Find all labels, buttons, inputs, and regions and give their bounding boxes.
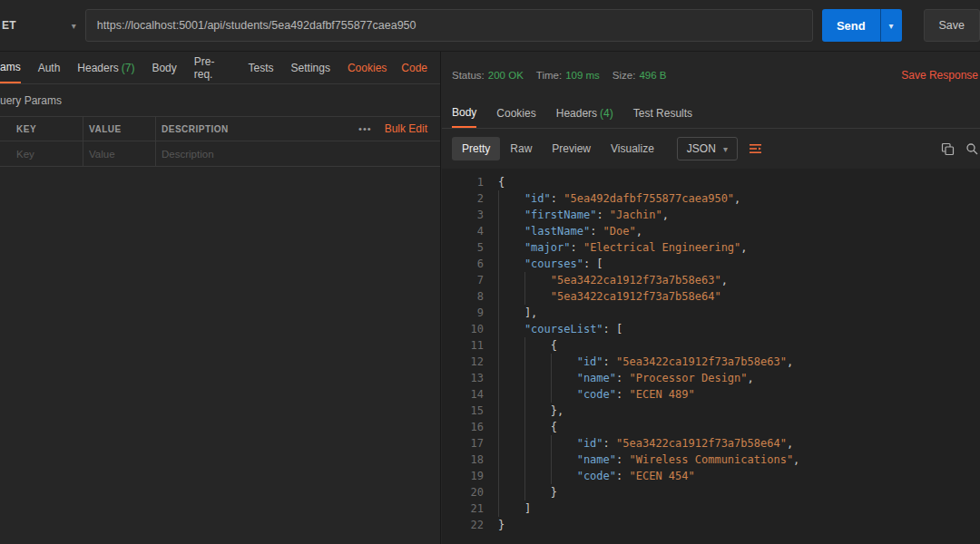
time-label: Time: xyxy=(536,70,562,81)
tab-settings[interactable]: Settings xyxy=(291,52,330,83)
view-visualize-button[interactable]: Visualize xyxy=(601,137,664,160)
code-line: 16{ xyxy=(442,419,980,435)
send-button[interactable]: Send xyxy=(822,9,880,42)
format-select-dropdown[interactable]: JSON ▾ xyxy=(677,137,738,160)
code-line: 15}, xyxy=(442,403,980,419)
param-key-input[interactable] xyxy=(16,149,79,160)
method-label: ET xyxy=(2,19,16,32)
copy-icon[interactable] xyxy=(941,142,955,156)
headers-count-badge: (7) xyxy=(122,62,135,74)
line-number: 6 xyxy=(442,256,498,272)
line-number: 3 xyxy=(442,207,498,223)
chevron-down-icon: ▾ xyxy=(72,21,76,31)
save-response-link[interactable]: Save Response xyxy=(901,69,978,82)
code-line: 4"lastName": "Doe", xyxy=(442,223,980,239)
line-number: 20 xyxy=(442,484,498,500)
bulk-edit-link[interactable]: Bulk Edit xyxy=(385,122,427,135)
tab-auth[interactable]: Auth xyxy=(38,52,61,83)
url-input[interactable] xyxy=(86,19,812,32)
response-tabs: Body Cookies Headers (4) Test Results xyxy=(442,98,980,129)
code-line: 6"courses": [ xyxy=(442,256,980,272)
tab-response-cookies[interactable]: Cookies xyxy=(496,98,535,128)
param-value-input[interactable] xyxy=(89,149,152,160)
params-header-row: KEY VALUE DESCRIPTION ••• Bulk Edit xyxy=(0,117,440,141)
request-panel: ams Auth Headers (7) Body Pre-req. Tests… xyxy=(0,52,441,544)
line-number: 17 xyxy=(442,435,498,452)
line-number: 10 xyxy=(442,321,498,337)
tab-response-headers[interactable]: Headers (4) xyxy=(556,98,613,128)
size-label: Size: xyxy=(612,70,636,81)
line-number: 11 xyxy=(442,337,498,354)
send-options-button[interactable]: ▾ xyxy=(880,9,902,42)
description-column-header: DESCRIPTION xyxy=(162,124,229,134)
size-value: 496 B xyxy=(639,70,666,81)
view-preview-button[interactable]: Preview xyxy=(542,137,601,160)
line-number: 22 xyxy=(442,517,498,533)
line-number: 19 xyxy=(442,468,498,484)
response-body-json[interactable]: 1{2"id": "5ea492dafbf755877caea950",3"fi… xyxy=(442,169,980,544)
beautify-icon[interactable] xyxy=(749,141,763,156)
code-line: 13"name": "Processor Design", xyxy=(442,370,980,386)
tab-body[interactable]: Body xyxy=(152,52,176,83)
code-line: 11{ xyxy=(442,337,980,354)
line-number: 14 xyxy=(442,386,498,403)
line-number: 21 xyxy=(442,500,498,517)
status-label: Status: xyxy=(452,70,485,81)
code-line: 7"5ea3422ca1912f73a7b58e63", xyxy=(442,272,980,288)
line-number: 9 xyxy=(442,305,498,321)
search-icon[interactable] xyxy=(965,142,978,155)
code-line: 10"courseList": [ xyxy=(442,321,980,337)
param-row xyxy=(0,141,440,167)
code-line: 22} xyxy=(442,517,980,533)
request-links: Cookies Code xyxy=(348,52,440,83)
view-raw-button[interactable]: Raw xyxy=(500,137,542,160)
response-headers-count-badge: (4) xyxy=(600,107,613,120)
line-number: 7 xyxy=(442,272,498,288)
url-input-box xyxy=(85,9,813,42)
tab-response-body[interactable]: Body xyxy=(452,98,476,128)
send-button-group: Send ▾ xyxy=(822,9,902,42)
query-params-title: uery Params xyxy=(0,84,440,116)
cookies-link[interactable]: Cookies xyxy=(348,62,387,74)
line-number: 18 xyxy=(442,452,498,468)
chevron-down-icon: ▾ xyxy=(889,21,894,31)
code-line: 2"id": "5ea492dafbf755877caea950", xyxy=(442,190,980,207)
params-header-controls: ••• Bulk Edit xyxy=(358,122,440,135)
line-number: 2 xyxy=(442,190,498,207)
response-headers-label: Headers xyxy=(556,107,597,120)
chevron-down-icon: ▾ xyxy=(723,144,728,154)
line-number: 1 xyxy=(442,174,498,190)
code-line: 17"id": "5ea3422ca1912f73a7b58e64", xyxy=(442,435,980,452)
code-line: 5"major": "Electrical Engineering", xyxy=(442,239,980,256)
code-line: 21] xyxy=(442,500,980,517)
response-view-toolbar: Pretty Raw Preview Visualize JSON ▾ xyxy=(442,129,980,169)
code-link[interactable]: Code xyxy=(401,62,427,74)
code-line: 1{ xyxy=(442,174,980,190)
method-dropdown[interactable]: ET ▾ xyxy=(0,9,85,42)
line-number: 12 xyxy=(442,354,498,370)
more-options-icon[interactable]: ••• xyxy=(358,123,372,134)
line-number: 8 xyxy=(442,288,498,305)
format-select-value: JSON xyxy=(687,142,716,155)
param-description-input[interactable] xyxy=(162,149,426,160)
line-number: 5 xyxy=(442,239,498,256)
code-line: 9], xyxy=(442,305,980,321)
code-line: 3"firstName": "Jachin", xyxy=(442,207,980,223)
toolbar-right-icons xyxy=(941,142,980,156)
postman-app: ET ▾ Send ▾ Save ams Auth Headers (7) Bo… xyxy=(0,0,980,544)
tab-prerequest[interactable]: Pre-req. xyxy=(194,52,231,83)
code-line: 8"5ea3422ca1912f73a7b58e64" xyxy=(442,288,980,305)
line-number: 4 xyxy=(442,223,498,239)
query-params-table: KEY VALUE DESCRIPTION ••• Bulk Edit xyxy=(0,116,440,167)
line-number: 13 xyxy=(442,370,498,386)
code-lines: 1{2"id": "5ea492dafbf755877caea950",3"fi… xyxy=(442,174,980,533)
tab-headers[interactable]: Headers (7) xyxy=(77,52,134,83)
save-button[interactable]: Save xyxy=(924,9,980,42)
tab-test-results[interactable]: Test Results xyxy=(633,98,692,128)
tab-params[interactable]: ams xyxy=(0,52,21,83)
code-line: 18"name": "Wireless Communications", xyxy=(442,452,980,468)
view-pretty-button[interactable]: Pretty xyxy=(452,137,500,160)
time-value: 109 ms xyxy=(565,70,600,81)
tab-tests[interactable]: Tests xyxy=(249,52,274,83)
line-number: 16 xyxy=(442,419,498,435)
